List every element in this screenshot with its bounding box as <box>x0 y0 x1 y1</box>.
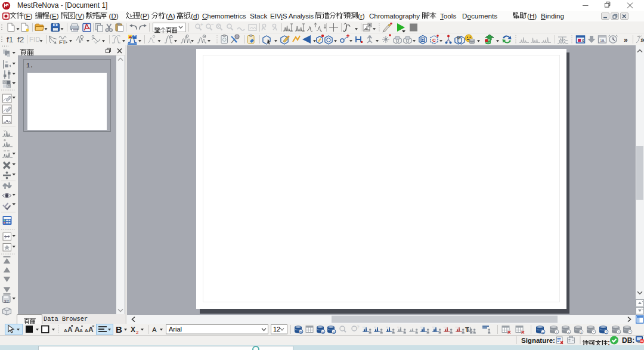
svg-text:+: + <box>200 22 203 27</box>
svg-text:q: q <box>333 330 335 334</box>
svg-text:f1: f1 <box>7 35 13 44</box>
svg-text:X: X <box>131 326 135 334</box>
svg-text:M: M <box>457 35 460 41</box>
svg-text:?: ? <box>357 324 360 330</box>
svg-text:··: ·· <box>420 325 423 329</box>
svg-text:G: G <box>299 330 302 334</box>
svg-text:»: » <box>624 36 628 44</box>
svg-text:Arial: Arial <box>169 326 182 333</box>
svg-text:··: ·· <box>456 325 458 329</box>
svg-text:32: 32 <box>4 299 9 304</box>
svg-text:12: 12 <box>273 326 280 333</box>
svg-text:··: ·· <box>386 325 388 329</box>
svg-text:f2: f2 <box>17 35 24 44</box>
svg-text:»: » <box>640 36 644 44</box>
svg-text:+: + <box>568 330 569 334</box>
svg-text:··: ·· <box>363 325 365 329</box>
svg-text:2: 2 <box>136 330 139 335</box>
svg-text:FID: FID <box>29 36 41 43</box>
svg-text:!: ! <box>606 330 607 334</box>
svg-text:T: T <box>465 326 469 333</box>
svg-text:··: ·· <box>374 325 376 329</box>
svg-text:··: ·· <box>432 325 435 329</box>
svg-text:··: ·· <box>444 325 446 329</box>
svg-text:A: A <box>79 328 83 333</box>
svg-text:··: ·· <box>397 325 400 329</box>
svg-text:−: − <box>211 22 214 27</box>
svg-text:B: B <box>116 324 122 334</box>
svg-text:C: C <box>432 38 436 43</box>
svg-text:FT: FT <box>59 39 66 45</box>
svg-text:A: A <box>152 326 157 333</box>
svg-text:A: A <box>67 326 73 334</box>
svg-text:+: + <box>542 330 544 334</box>
